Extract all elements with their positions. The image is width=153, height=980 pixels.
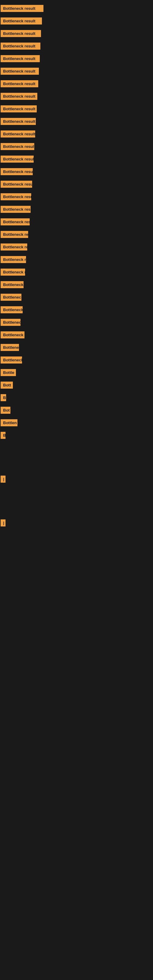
bar-row [0, 455, 153, 461]
bottleneck-result-bar: Bottleneck result [1, 269, 25, 275]
bar-row: Bottleneck result [0, 118, 153, 126]
bar-row: Bottleneck result [0, 181, 153, 189]
bottleneck-result-bar: B [1, 432, 5, 439]
bar-row [0, 509, 153, 515]
bar-row: Bottleneck result [0, 30, 153, 38]
bar-row: Bottleneck result [0, 156, 153, 164]
bar-row: Bot [0, 407, 153, 415]
bar-row: Bottleneck result [0, 143, 153, 151]
bar-row: Bottleneck res [0, 306, 153, 315]
bar-row: Bottleneck result [0, 206, 153, 214]
bar-row: Bottleneck result [0, 243, 153, 252]
bar-row: | [0, 519, 153, 528]
bar-row: Bottleneck result [0, 18, 153, 26]
bottleneck-result-bar: Bottleneck r [1, 319, 21, 326]
bar-row: Bottleneck [0, 294, 153, 302]
bar-row: Bottleneck result [0, 269, 153, 277]
bottleneck-result-bar: Bottleneck resu [1, 256, 26, 263]
bottleneck-result-bar: Bottleneck result [1, 218, 30, 225]
bottleneck-result-bar: Bottleneck re [1, 281, 24, 288]
bar-row: B [0, 432, 153, 440]
bar-row: Bottleneck re [0, 281, 153, 290]
bottleneck-result-bar: Bottleneck [1, 294, 21, 301]
bottleneck-result-bar: Bottleneck result [1, 193, 31, 200]
bottleneck-result-bar: Bottleneck result [1, 43, 40, 49]
bar-row: Bottleneck result [0, 68, 153, 76]
bar-row: Bottleneck r [0, 319, 153, 327]
bottleneck-result-bar: | [1, 476, 5, 483]
bar-row: Bottleneck result [0, 105, 153, 114]
bottleneck-result-bar: Bottleneck result [1, 168, 33, 175]
bottleneck-result-bar: Bottleneck re [1, 356, 22, 364]
bottleneck-result-bar: Bottleneck result [1, 143, 34, 150]
bar-row: Bottle [0, 369, 153, 377]
bar-row: Bottleneck result [0, 80, 153, 89]
bar-row: Bottleneck re [0, 356, 153, 365]
bar-row [0, 465, 153, 471]
bottleneck-result-bar: Bottleneck result [1, 55, 40, 62]
bar-row: Bottleneck result [0, 43, 153, 51]
bottleneck-result-bar: Bottleneck result [1, 206, 30, 213]
bar-row [0, 444, 153, 450]
bar-row: Bottleneck resu [0, 331, 153, 340]
bottleneck-result-bar: Bottleneck result [1, 118, 36, 125]
site-title [0, 0, 153, 5]
bottleneck-result-bar: Bottleneck result [1, 80, 38, 87]
bottleneck-result-bar: Bottleneck result [1, 5, 43, 12]
bar-row: Bottlenec [0, 344, 153, 352]
bar-row: Bottleneck result [0, 130, 153, 139]
bottleneck-result-bar: B [1, 394, 6, 401]
bar-row: Bottleneck result [0, 193, 153, 202]
bottleneck-result-bar: Bottleneck result [1, 93, 37, 100]
bottleneck-result-bar: Bottleneck result [1, 130, 35, 137]
bottleneck-result-bar: Bottle [1, 369, 16, 376]
bottleneck-result-bar: Bottleneck result [1, 231, 28, 238]
bottleneck-result-bar: Bottleneck result [1, 156, 33, 162]
bar-row [0, 499, 153, 505]
bar-row: Bottlen [0, 419, 153, 428]
bottleneck-result-bar: Bot [1, 407, 10, 414]
bar-row: Bottleneck result [0, 218, 153, 227]
bar-row: Bott [0, 382, 153, 390]
bottleneck-result-bar: Bottleneck result [1, 18, 42, 24]
bottleneck-result-bar: Bottleneck result [1, 243, 27, 250]
bottleneck-result-bar: Bottlenec [1, 344, 19, 351]
bottleneck-result-bar: Bottleneck result [1, 30, 41, 37]
bar-row: Bottleneck result [0, 231, 153, 239]
bottleneck-result-bar: Bottlen [1, 419, 18, 426]
bar-row: B [0, 394, 153, 402]
bottleneck-result-bar: Bottleneck result [1, 105, 37, 112]
bottleneck-result-bar: Bottleneck resu [1, 331, 24, 339]
bar-row: Bottleneck result [0, 55, 153, 64]
bottleneck-result-bar: Bott [1, 382, 13, 389]
bar-row [0, 488, 153, 494]
bar-row: | [0, 476, 153, 484]
bottleneck-result-bar: Bottleneck result [1, 68, 39, 75]
bottleneck-result-bar: | [1, 519, 5, 527]
bottleneck-result-bar: Bottleneck res [1, 306, 22, 313]
bar-row: Bottleneck result [0, 168, 153, 177]
bar-row: Bottleneck resu [0, 256, 153, 264]
bottleneck-result-bar: Bottleneck result [1, 181, 32, 188]
bar-row: Bottleneck result [0, 5, 153, 13]
bar-row: Bottleneck result [0, 93, 153, 101]
